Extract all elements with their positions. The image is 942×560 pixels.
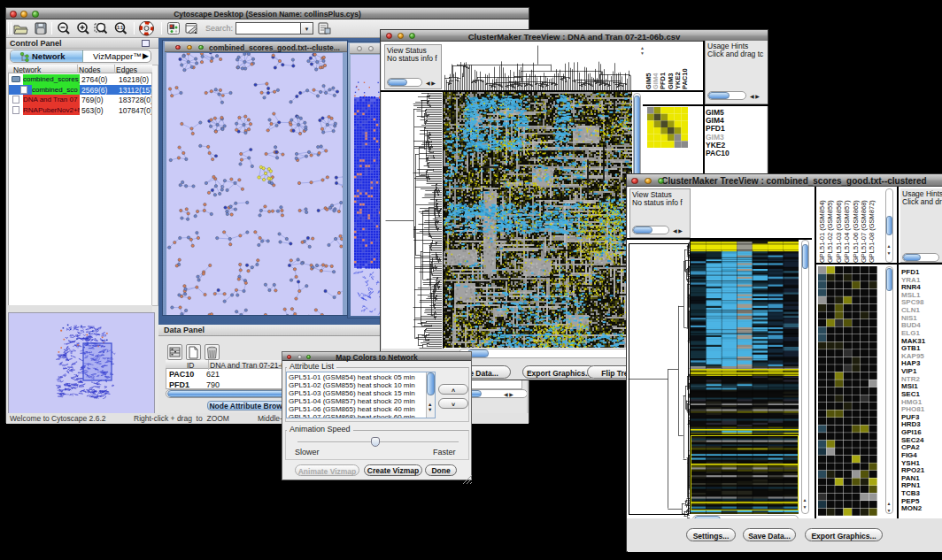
svg-text:1:1: 1:1 <box>117 25 123 30</box>
